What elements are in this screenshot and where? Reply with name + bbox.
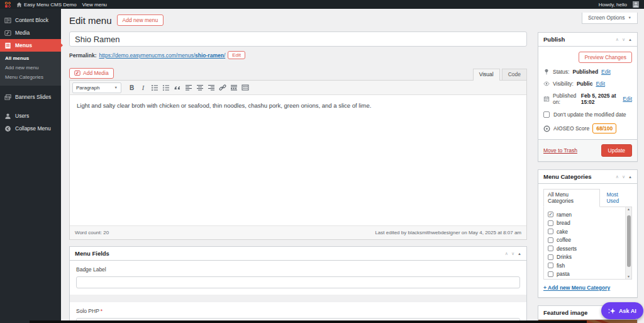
align-right-button[interactable]	[206, 82, 216, 93]
panel-move-up-button[interactable]: ∧	[616, 37, 619, 42]
howdy-label[interactable]: Howdy, hello	[599, 2, 627, 8]
publish-panel: Publish ∧ ∨ ▲ Preview Changes Status: Pu…	[538, 32, 638, 162]
submenu-add-new-menu[interactable]: Add new menu	[0, 63, 61, 72]
aioseo-score-badge[interactable]: 68/100	[592, 123, 616, 133]
category-checkbox[interactable]: ✓	[548, 263, 553, 268]
ask-ai-button[interactable]: Ask AI	[601, 302, 643, 319]
sidebar-item-media[interactable]: Media	[0, 26, 61, 39]
sidebar-item-content-block[interactable]: Content Block	[0, 14, 61, 26]
published-on-label: Published on:	[553, 93, 578, 105]
link-button[interactable]	[217, 82, 228, 93]
panel-move-up-button[interactable]: ∧	[616, 174, 619, 179]
sidebar-item-users[interactable]: Users	[0, 110, 61, 122]
sidebar-item-collapse-menu[interactable]: Collapse Menu	[0, 122, 61, 135]
badge-label-input[interactable]	[76, 276, 520, 288]
panel-toggle-button[interactable]: ▲	[628, 175, 632, 179]
tab-all-categories[interactable]: All Menu Categories	[543, 189, 600, 207]
panel-toggle-button[interactable]: ▲	[628, 38, 632, 42]
menu-title-input[interactable]	[69, 31, 527, 47]
panel-move-down-button[interactable]: ∨	[622, 37, 625, 42]
add-media-button[interactable]: Add Media	[69, 68, 114, 79]
menu-fields-header[interactable]: Menu Fields ∧ ∨ ▲	[70, 247, 526, 261]
easy-menu-logo-icon[interactable]	[5, 2, 11, 8]
avatar[interactable]	[633, 1, 639, 8]
published-on-edit-link[interactable]: Edit	[623, 96, 632, 102]
sidebar-item-banners-slides[interactable]: Banners Slides	[0, 91, 61, 103]
scrollbar[interactable]: ▲ ▼	[625, 207, 631, 279]
align-left-icon	[185, 84, 192, 91]
permalink-url-link[interactable]: https://demo.easymenucms.com/menus/shio-…	[99, 52, 225, 59]
category-checkbox[interactable]: ✓	[548, 271, 553, 277]
panel-move-down-button[interactable]: ∨	[622, 174, 625, 179]
submenu-menu-categories[interactable]: Menu Categories	[0, 72, 61, 82]
permalink-edit-button[interactable]: Edit	[228, 51, 245, 59]
scroll-up-icon[interactable]: ▲	[627, 208, 630, 211]
visibility-edit-link[interactable]: Edit	[596, 81, 605, 87]
add-new-menu-button[interactable]: Add new menu	[117, 14, 164, 26]
align-left-button[interactable]	[183, 82, 194, 93]
menu-categories-header[interactable]: Menu Categories ∧ ∨ ▲	[538, 170, 637, 184]
category-item[interactable]: ✓bread	[548, 219, 623, 228]
category-item[interactable]: ✓desserts	[548, 244, 623, 253]
tab-code[interactable]: Code	[502, 69, 527, 80]
content-block-icon	[4, 17, 11, 24]
category-checkbox[interactable]: ✓	[548, 246, 553, 251]
editor-paragraph: Light and salty clear broth with chicken…	[77, 102, 371, 109]
submenu-all-menus[interactable]: All menus	[0, 54, 61, 63]
sidebar-item-menus[interactable]: Menus	[0, 39, 61, 52]
category-item[interactable]: ✓pasta	[548, 270, 623, 279]
align-center-button[interactable]	[194, 82, 205, 93]
scrollbar-thumb[interactable]	[627, 215, 631, 267]
editor-status-bar: Word count: 20 Last edited by blacksmith…	[70, 225, 526, 239]
calendar-icon	[543, 96, 550, 102]
category-checkbox[interactable]: ✓	[548, 220, 553, 226]
status-row: Status: Published Edit	[543, 69, 632, 75]
numbered-list-button[interactable]	[160, 82, 171, 93]
modified-date-checkbox[interactable]: ✓	[543, 111, 550, 118]
category-checkbox[interactable]: ✓	[548, 237, 553, 243]
menus-icon	[4, 42, 11, 49]
tab-visual[interactable]: Visual	[473, 69, 500, 81]
category-item[interactable]: ✓cake	[548, 227, 623, 236]
bold-button[interactable]: B	[126, 82, 137, 93]
align-right-icon	[208, 84, 215, 91]
category-checkbox[interactable]: ✓	[548, 212, 553, 217]
tab-most-used[interactable]: Most Used	[606, 191, 632, 204]
read-more-button[interactable]	[228, 82, 239, 93]
status-edit-link[interactable]: Edit	[601, 69, 611, 75]
scroll-down-icon[interactable]: ▼	[627, 275, 630, 278]
publish-header[interactable]: Publish ∧ ∨ ▲	[538, 33, 637, 47]
move-to-trash-link[interactable]: Move to Trash	[543, 147, 577, 154]
published-on-row: Published on: Feb 5, 2025 at 15:02 Edit	[543, 93, 632, 105]
blockquote-button[interactable]	[172, 82, 182, 93]
admin-bar-site-name[interactable]: Easy Menu CMS Demo	[16, 2, 77, 8]
category-item[interactable]: ✓ramen	[548, 210, 623, 219]
category-item[interactable]: ✓fish	[548, 261, 623, 270]
category-checkbox[interactable]: ✓	[548, 229, 553, 234]
editor-content-area[interactable]: Light and salty clear broth with chicken…	[70, 95, 526, 225]
italic-button[interactable]: I	[138, 82, 148, 93]
panel-move-down-button[interactable]: ∨	[511, 251, 514, 256]
panel-move-up-button[interactable]: ∧	[505, 251, 508, 256]
solo-php-label-text: Solo PHP	[76, 308, 99, 314]
update-button[interactable]: Update	[601, 144, 632, 157]
category-item[interactable]: ✓Drinks	[548, 253, 623, 262]
media-icon	[4, 30, 11, 37]
toolbar-toggle-button[interactable]	[240, 82, 250, 93]
add-new-category-link[interactable]: + Add new Menu Category	[543, 285, 610, 291]
paragraph-select[interactable]: Paragraph ▼	[72, 82, 121, 93]
solo-php-label: Solo PHP*	[76, 308, 520, 314]
screen-options-button[interactable]: Screen Options ▼	[582, 13, 638, 24]
admin-bar-view-menu[interactable]: View menu	[82, 2, 107, 8]
category-checkbox[interactable]: ✓	[548, 254, 553, 260]
category-item[interactable]: ✓pizza	[548, 278, 623, 280]
bullet-list-button[interactable]	[149, 82, 160, 93]
panel-toggle-button[interactable]: ▲	[518, 252, 521, 256]
menus-submenu: All menus Add new menu Menu Categories	[0, 52, 61, 86]
preview-changes-button[interactable]: Preview Changes	[579, 52, 632, 63]
category-label: cake	[557, 229, 568, 235]
right-sidebar: Screen Options ▼ Publish ∧ ∨ ▲ Preview C…	[538, 9, 638, 323]
sidebar-item-label: Banners Slides	[15, 94, 51, 100]
category-label: ramen	[557, 212, 572, 218]
category-item[interactable]: ✓coffee	[548, 236, 623, 245]
